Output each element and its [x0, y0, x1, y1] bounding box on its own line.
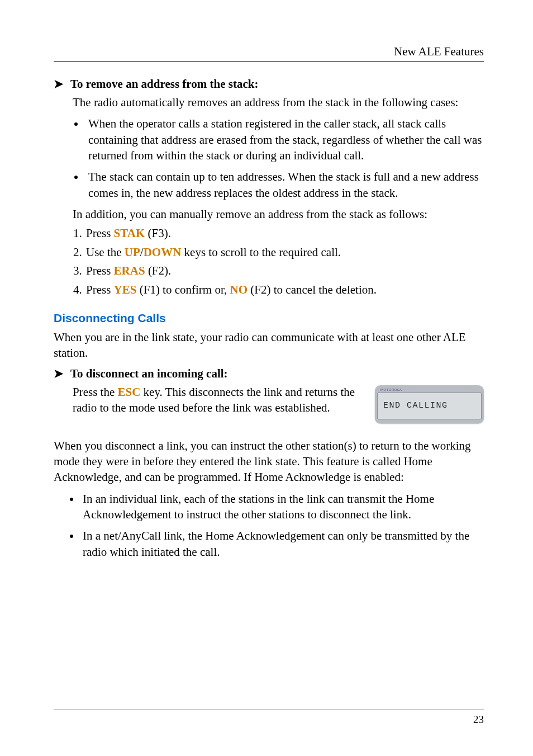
list-item: The stack can contain up to ten addresse…: [85, 169, 484, 201]
section-heading-disconnecting: Disconnecting Calls: [54, 311, 484, 325]
step-3: Press ERAS (F2).: [85, 263, 484, 279]
page-footer: 23: [54, 710, 484, 726]
key-no: NO: [230, 283, 248, 296]
arrow-icon: ➤: [54, 368, 64, 380]
arrow-icon: ➤: [54, 78, 64, 90]
text: Press the: [73, 385, 118, 399]
key-esc: ESC: [118, 385, 141, 399]
list-item: When the operator calls a station regist…: [85, 116, 484, 163]
text: (F1) to confirm or,: [136, 283, 230, 296]
procedure-heading-remove: ➤ To remove an address from the stack:: [54, 77, 484, 91]
auto-remove-cases: When the operator calls a station regist…: [85, 116, 484, 201]
key-down: DOWN: [144, 245, 182, 259]
lcd-screen: END CALLING: [377, 393, 482, 419]
procedure-title: To remove an address from the stack:: [70, 77, 258, 91]
key-stak: STAK: [114, 226, 145, 240]
text: (F3).: [145, 226, 171, 240]
manual-remove-intro: In addition, you can manually remove an …: [73, 206, 484, 222]
procedure-heading-disconnect: ➤ To disconnect an incoming call:: [54, 367, 484, 381]
running-header: New ALE Features: [54, 45, 484, 62]
key-up: UP: [125, 245, 140, 259]
disconnect-instruction: Press the ESC key. This disconnects the …: [73, 384, 366, 416]
text: Press: [86, 264, 114, 277]
text: Use the: [86, 245, 125, 259]
lcd-text: END CALLING: [383, 401, 448, 410]
text: Press: [86, 226, 114, 240]
step-4: Press YES (F1) to confirm or, NO (F2) to…: [85, 282, 484, 298]
list-item: In a net/AnyCall link, the Home Acknowle…: [80, 528, 484, 560]
text: Press: [86, 283, 114, 296]
step-1: Press STAK (F3).: [85, 225, 484, 242]
text: (F2).: [145, 264, 172, 277]
home-ack-intro: When you disconnect a link, you can inst…: [54, 438, 484, 485]
text: (F2) to cancel the deletion.: [248, 283, 377, 296]
home-ack-list: In an individual link, each of the stati…: [80, 491, 484, 560]
brand-label: MOTOROLA: [377, 388, 482, 392]
section-intro: When you are in the link state, your rad…: [54, 329, 484, 361]
radio-display: MOTOROLA END CALLING: [375, 385, 484, 423]
procedure-intro: The radio automatically removes an addre…: [73, 94, 484, 110]
step-2: Use the UP/DOWN keys to scroll to the re…: [85, 244, 484, 261]
key-eras: ERAS: [114, 264, 145, 277]
procedure-title: To disconnect an incoming call:: [70, 367, 228, 381]
text: keys to scroll to the required call.: [181, 245, 341, 259]
page-number: 23: [473, 714, 484, 725]
key-yes: YES: [114, 283, 137, 296]
manual-remove-steps: Press STAK (F3). Use the UP/DOWN keys to…: [85, 225, 484, 298]
list-item: In an individual link, each of the stati…: [80, 491, 484, 523]
